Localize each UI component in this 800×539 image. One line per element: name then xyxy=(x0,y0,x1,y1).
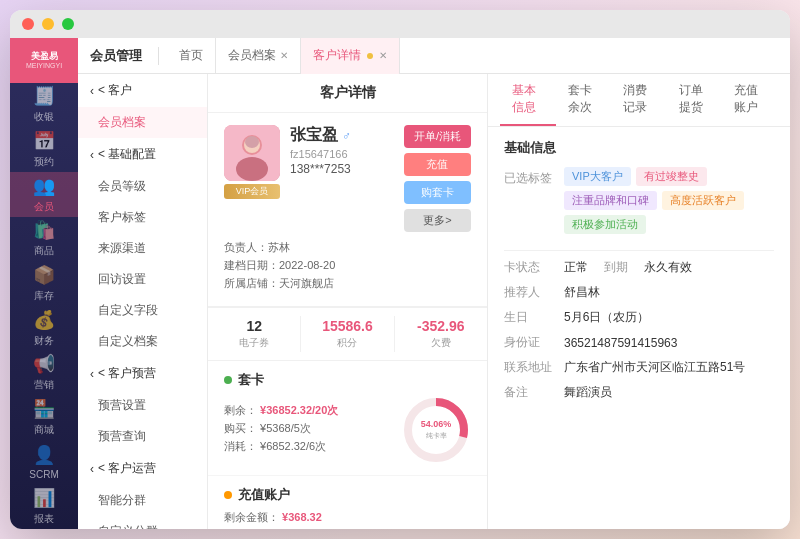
content-area: 会员管理 首页 会员档案 ✕ 客户详情 ✕ ‹ xyxy=(78,38,790,529)
id-key: 身份证 xyxy=(504,334,564,351)
tao-ka-content: 剩余： ¥36852.32/20次 购买： ¥5368/5次 消耗： ¥6852… xyxy=(224,395,471,465)
tab-basic-info[interactable]: 基本信息 xyxy=(500,74,556,126)
basic-config-header[interactable]: ‹ < 基础配置 xyxy=(78,138,207,171)
tao-ka-consume-value: ¥6852.32/6次 xyxy=(260,440,326,452)
close-button[interactable] xyxy=(22,18,34,30)
stat-debt: -352.96 欠费 xyxy=(395,308,487,360)
info-divider xyxy=(504,250,774,251)
tab-member-files[interactable]: 会员档案 ✕ xyxy=(216,38,301,74)
right-panel: 基本信息 套卡余次 消费记录 订单提货 充值账户 基础信息 已选标签 VIP大客… xyxy=(488,74,790,529)
customer-name-text: 张宝盈 xyxy=(290,125,338,146)
menu-item-customer-tag[interactable]: 客户标签 xyxy=(78,202,207,233)
stats-row: 12 电子券 15586.6 积分 -352.96 欠费 xyxy=(208,307,487,361)
profile-info: 张宝盈 ♂ fz15647166 138***7253 xyxy=(290,125,394,176)
tag-activity: 积极参加活动 xyxy=(564,215,646,234)
menu-item-reservation-query[interactable]: 预营查询 xyxy=(78,421,207,452)
sidebar-label-shangpin: 商品 xyxy=(34,244,54,258)
info-row-address: 联系地址 广东省广州市天河区临江五路51号 xyxy=(504,359,774,376)
recharge-button[interactable]: 充值 xyxy=(404,153,471,176)
tab-member-files-close-icon[interactable]: ✕ xyxy=(280,50,288,61)
tao-ka-purchase-label: 购买： xyxy=(224,422,257,434)
maximize-button[interactable] xyxy=(62,18,74,30)
tab-customer-detail-close-icon[interactable]: ✕ xyxy=(379,50,387,61)
kucun-icon: 📦 xyxy=(33,264,55,286)
operations-section-header[interactable]: ‹ < 客户运营 xyxy=(78,452,207,485)
logo-text: 美盈易 xyxy=(31,51,58,62)
tao-ka-balance-label: 剩余： xyxy=(224,404,257,416)
menu-item-source-channel[interactable]: 来源渠道 xyxy=(78,233,207,264)
tab-order-pickup[interactable]: 订单提货 xyxy=(667,74,723,126)
tao-ka-dot xyxy=(224,376,232,384)
tab-customer-detail[interactable]: 客户详情 ✕ xyxy=(301,38,400,74)
sidebar-item-baobiao[interactable]: 📊 报表 xyxy=(10,484,78,529)
shangcheng-icon: 🏪 xyxy=(33,398,55,420)
address-val: 广东省广州市天河区临江五路51号 xyxy=(564,359,745,376)
card-status-val: 正常 xyxy=(564,259,588,276)
yuyue-icon: 📅 xyxy=(33,130,55,152)
baobiao-icon: 📊 xyxy=(33,487,55,509)
build-date-row: 建档日期：2022-08-20 xyxy=(224,258,471,273)
chongzhi-balance-value: ¥368.32 xyxy=(282,511,322,523)
info-row-referrer: 推荐人 舒昌林 xyxy=(504,284,774,301)
tao-ka-balance-row: 剩余： ¥36852.32/20次 xyxy=(224,403,393,418)
tao-ka-header: 套卡 xyxy=(224,371,471,389)
id-val: 36521487591415963 xyxy=(564,336,677,350)
huiyuan-icon: 👥 xyxy=(33,175,55,197)
tab-card-balance[interactable]: 套卡余次 xyxy=(556,74,612,126)
detail-tabs: 基本信息 套卡余次 消费记录 订单提货 充值账户 xyxy=(488,74,790,127)
responsible-row: 负责人：苏林 xyxy=(224,240,471,255)
main-window: 美盈易 MEIYINGYI 🧾 收银 📅 预约 👥 会员 🛍️ 商品 📦 xyxy=(10,10,790,529)
tab-consume-record[interactable]: 消费记录 xyxy=(611,74,667,126)
sidebar-item-scrm[interactable]: 👤 SCRM xyxy=(10,440,78,485)
menu-item-member-files[interactable]: 会员档案 xyxy=(78,107,207,138)
operations-section-label: < 客户运营 xyxy=(98,460,156,477)
sidebar-item-yuyue[interactable]: 📅 预约 xyxy=(10,127,78,172)
gender-icon: ♂ xyxy=(342,129,351,143)
menu-item-revisit[interactable]: 回访设置 xyxy=(78,264,207,295)
profile-top: VIP会员 张宝盈 ♂ fz15647166 138***7253 xyxy=(224,125,471,232)
sidebar-item-shangpin[interactable]: 🛍️ 商品 xyxy=(10,217,78,262)
sidebar-item-caiwu[interactable]: 💰 财务 xyxy=(10,306,78,351)
detail-section: 基础信息 已选标签 VIP大客户 有过竣整史 注重品牌和口碑 高度活跃客户 积极… xyxy=(488,127,790,413)
chongzhi-title: 充值账户 xyxy=(238,486,290,504)
titlebar xyxy=(10,10,790,38)
sidebar-item-kucun[interactable]: 📦 库存 xyxy=(10,261,78,306)
referrer-key: 推荐人 xyxy=(504,284,564,301)
tag-vip: VIP大客户 xyxy=(564,167,631,186)
tab-unsaved-indicator xyxy=(367,53,373,59)
profile-actions: 开单/消耗 充值 购套卡 更多> xyxy=(404,125,471,232)
points-value: 15586.6 xyxy=(306,318,388,334)
customer-id: fz15647166 xyxy=(290,148,394,160)
points-label: 积分 xyxy=(306,336,388,350)
more-button[interactable]: 更多> xyxy=(404,209,471,232)
menu-item-custom-field[interactable]: 自定义字段 xyxy=(78,295,207,326)
sidebar-item-shoujin[interactable]: 🧾 收银 xyxy=(10,83,78,128)
menu-item-reservation-settings[interactable]: 预营设置 xyxy=(78,390,207,421)
menu-item-custom-group[interactable]: 自定义分群 xyxy=(78,516,207,529)
birthday-key: 生日 xyxy=(504,309,564,326)
customer-phone: 138***7253 xyxy=(290,162,394,176)
svg-text:纯卡率: 纯卡率 xyxy=(426,432,447,439)
menu-item-member-level[interactable]: 会员等级 xyxy=(78,171,207,202)
menu-item-custom-file[interactable]: 自定义档案 xyxy=(78,326,207,357)
open-order-button[interactable]: 开单/消耗 xyxy=(404,125,471,148)
sidebar-item-shangcheng[interactable]: 🏪 商城 xyxy=(10,395,78,440)
tab-recharge-account[interactable]: 充值账户 xyxy=(722,74,778,126)
sidebar-logo: 美盈易 MEIYINGYI xyxy=(10,38,78,83)
buy-card-button[interactable]: 购套卡 xyxy=(404,181,471,204)
center-title: 客户详情 xyxy=(208,74,487,113)
minimize-button[interactable] xyxy=(42,18,54,30)
tab-home[interactable]: 首页 xyxy=(167,38,216,74)
sidebar-item-huiyuan[interactable]: 👥 会员 xyxy=(10,172,78,217)
customer-section-header[interactable]: ‹ < 客户 xyxy=(78,74,207,107)
main-content: 美盈易 MEIYINGYI 🧾 收银 📅 预约 👥 会员 🛍️ 商品 📦 xyxy=(10,38,790,529)
reservation-section-header[interactable]: ‹ < 客户预营 xyxy=(78,357,207,390)
nav-bar: 会员管理 首页 会员档案 ✕ 客户详情 ✕ xyxy=(78,38,790,74)
sidebar-item-yingxiao[interactable]: 📢 营销 xyxy=(10,350,78,395)
vip-badge: VIP会员 xyxy=(224,184,280,199)
tag-brand: 注重品牌和口碑 xyxy=(564,191,657,210)
sidebar-label-yingxiao: 营销 xyxy=(34,378,54,392)
svg-point-4 xyxy=(245,136,259,148)
menu-item-smart-group[interactable]: 智能分群 xyxy=(78,485,207,516)
basic-config-label: < 基础配置 xyxy=(98,146,156,163)
